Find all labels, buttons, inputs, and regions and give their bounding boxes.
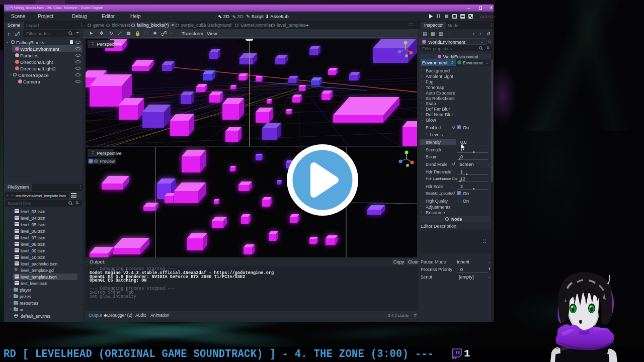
svg-text:Preview: Preview — [100, 159, 115, 164]
svg-text:⋮ Perspective: ⋮ Perspective — [91, 41, 122, 47]
svg-text:✓: ✓ — [89, 159, 93, 164]
svg-text:⋮ Perspective: ⋮ Perspective — [91, 150, 122, 156]
